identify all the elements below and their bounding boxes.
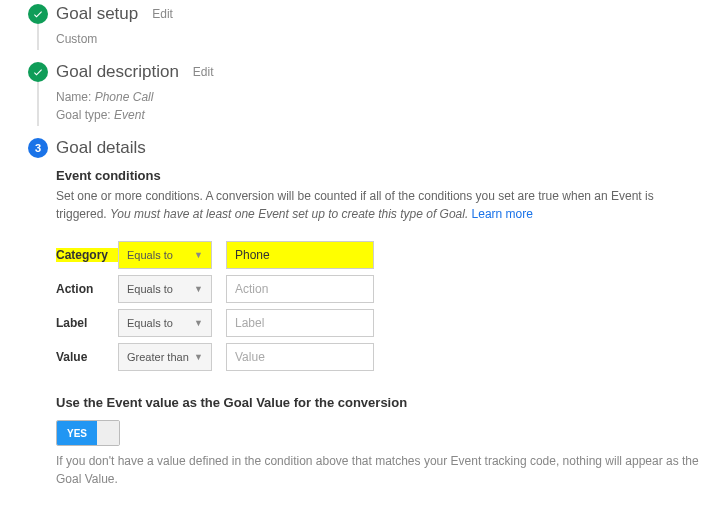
- step-number-badge: 3: [28, 138, 48, 158]
- condition-row-action: Action Equals to ▼: [56, 275, 719, 303]
- goal-value-toggle[interactable]: YES: [56, 420, 120, 446]
- conditions-table: Category Equals to ▼ Action Equals to ▼ …: [56, 241, 719, 371]
- condition-input-action[interactable]: [226, 275, 374, 303]
- step-description-title: Goal description: [56, 62, 179, 82]
- check-icon: [28, 62, 48, 82]
- type-value: Event: [114, 108, 145, 122]
- condition-op-action[interactable]: Equals to ▼: [118, 275, 212, 303]
- step-description-sub: Name: Phone Call Goal type: Event: [56, 88, 719, 124]
- caret-down-icon: ▼: [194, 318, 203, 328]
- event-conditions-desc: Set one or more conditions. A conversion…: [56, 187, 706, 223]
- condition-op-label[interactable]: Equals to ▼: [118, 309, 212, 337]
- step-goal-setup: Goal setup Edit Custom: [28, 4, 719, 48]
- step-setup-title: Goal setup: [56, 4, 138, 24]
- condition-op-value[interactable]: Greater than ▼: [118, 343, 212, 371]
- step-goal-details: 3 Goal details Event conditions Set one …: [28, 138, 719, 488]
- check-icon: [28, 4, 48, 24]
- learn-more-link[interactable]: Learn more: [472, 207, 533, 221]
- condition-label-action: Action: [56, 282, 118, 296]
- event-conditions-title: Event conditions: [56, 168, 719, 183]
- goal-value-label: Use the Event value as the Goal Value fo…: [56, 395, 719, 410]
- desc-italic: You must have at least one Event set up …: [110, 207, 468, 221]
- condition-label-category: Category: [56, 248, 118, 262]
- condition-input-label[interactable]: [226, 309, 374, 337]
- step-details-title: Goal details: [56, 138, 146, 158]
- op-text: Equals to: [127, 317, 173, 329]
- step-goal-description: Goal description Edit Name: Phone Call G…: [28, 62, 719, 124]
- condition-label-label: Label: [56, 316, 118, 330]
- edit-description-link[interactable]: Edit: [193, 65, 214, 79]
- toggle-off-side: [97, 421, 119, 445]
- condition-row-value: Value Greater than ▼: [56, 343, 719, 371]
- op-text: Greater than: [127, 351, 189, 363]
- condition-row-category: Category Equals to ▼: [56, 241, 719, 269]
- type-label: Goal type:: [56, 108, 111, 122]
- caret-down-icon: ▼: [194, 250, 203, 260]
- condition-row-label: Label Equals to ▼: [56, 309, 719, 337]
- edit-setup-link[interactable]: Edit: [152, 7, 173, 21]
- caret-down-icon: ▼: [194, 284, 203, 294]
- name-value: Phone Call: [95, 90, 154, 104]
- condition-input-value[interactable]: [226, 343, 374, 371]
- goal-value-help: If you don't have a value defined in the…: [56, 452, 706, 488]
- step-setup-sub: Custom: [56, 30, 719, 48]
- name-label: Name:: [56, 90, 91, 104]
- op-text: Equals to: [127, 283, 173, 295]
- step-connector: [37, 82, 39, 126]
- step-connector: [37, 24, 39, 50]
- condition-label-value: Value: [56, 350, 118, 364]
- toggle-on-label: YES: [57, 421, 97, 445]
- op-text: Equals to: [127, 249, 173, 261]
- caret-down-icon: ▼: [194, 352, 203, 362]
- condition-input-category[interactable]: [226, 241, 374, 269]
- condition-op-category[interactable]: Equals to ▼: [118, 241, 212, 269]
